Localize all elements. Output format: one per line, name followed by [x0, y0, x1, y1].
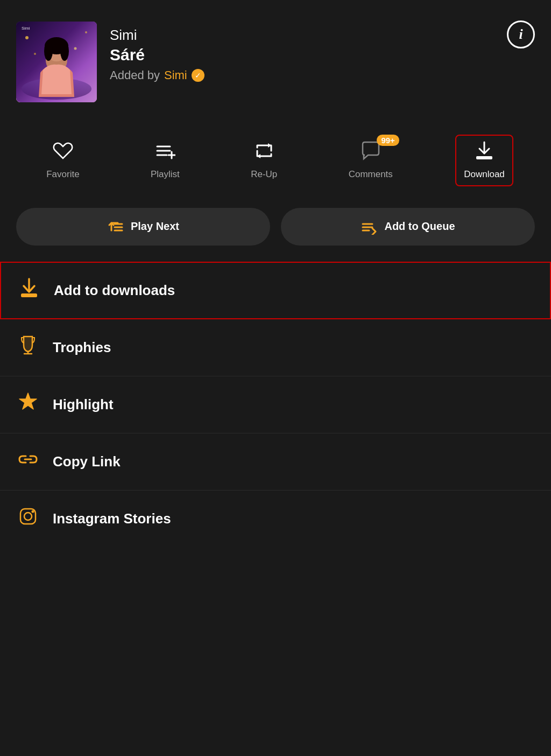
svg-point-10	[60, 41, 69, 61]
menu-item-copy-link[interactable]: Copy Link	[0, 433, 551, 491]
trophy-icon	[16, 334, 40, 361]
svg-rect-27	[21, 293, 37, 297]
highlight-icon	[16, 391, 40, 418]
highlight-label: Highlight	[53, 396, 114, 413]
add-to-downloads-label: Add to downloads	[54, 282, 175, 299]
download-action[interactable]: Download	[455, 135, 513, 186]
menu-item-trophies[interactable]: Trophies	[0, 319, 551, 376]
favorite-action[interactable]: Favorite	[38, 135, 88, 186]
svg-text:Simi: Simi	[22, 26, 30, 31]
play-next-button[interactable]: Play Next	[16, 208, 270, 246]
verified-badge: ✓	[192, 69, 204, 82]
favorite-label: Favorite	[46, 169, 79, 180]
instagram-stories-label: Instagram Stories	[53, 510, 171, 527]
svg-point-9	[44, 41, 53, 61]
add-to-downloads-icon	[17, 278, 41, 303]
add-to-queue-label: Add to Queue	[384, 220, 455, 233]
svg-point-33	[24, 513, 32, 520]
copy-link-icon	[16, 449, 40, 475]
album-art-svg: Simi	[16, 22, 97, 102]
playlist-icon	[155, 141, 175, 164]
svg-point-5	[34, 53, 36, 55]
instagram-icon	[16, 506, 40, 532]
comments-action[interactable]: 99+ Comments	[340, 135, 401, 186]
download-icon	[474, 141, 495, 164]
song-info: Simi Sáré Added by Simi ✓	[110, 22, 535, 82]
svg-point-2	[25, 36, 29, 39]
svg-point-3	[85, 31, 87, 33]
added-by-label: Added by	[110, 68, 160, 82]
download-label: Download	[464, 169, 505, 180]
header-section: Simi Simi Sáré Added by Simi ✓ i	[0, 0, 551, 118]
actions-row: Favorite Playlist Re-Up	[0, 118, 551, 202]
comments-badge: 99+	[377, 135, 399, 146]
copy-link-label: Copy Link	[53, 453, 121, 470]
added-by-name: Simi	[164, 68, 187, 82]
trophies-label: Trophies	[53, 339, 111, 356]
album-art: Simi	[16, 22, 97, 102]
menu-item-instagram-stories[interactable]: Instagram Stories	[0, 491, 551, 547]
playlist-action[interactable]: Playlist	[142, 135, 188, 186]
add-to-queue-icon	[361, 219, 378, 235]
svg-point-4	[74, 47, 77, 50]
svg-rect-19	[476, 156, 492, 159]
quick-actions: Play Next Add to Queue	[0, 202, 551, 262]
comment-icon	[361, 141, 381, 164]
menu-list: Add to downloads Trophies Highlight	[0, 262, 551, 547]
reup-icon	[254, 141, 274, 164]
artist-name: Simi	[110, 27, 535, 44]
comments-label: Comments	[349, 169, 393, 180]
song-title: Sáré	[110, 46, 535, 64]
info-button[interactable]: i	[507, 20, 535, 48]
play-next-label: Play Next	[131, 220, 179, 233]
add-to-queue-button[interactable]: Add to Queue	[281, 208, 535, 246]
reup-action[interactable]: Re-Up	[242, 135, 286, 186]
menu-item-add-to-downloads[interactable]: Add to downloads	[0, 262, 551, 319]
info-icon: i	[519, 26, 522, 43]
added-by-row: Added by Simi ✓	[110, 68, 535, 82]
svg-point-34	[32, 510, 34, 513]
heart-icon	[53, 141, 73, 164]
svg-marker-30	[19, 393, 37, 409]
menu-item-highlight[interactable]: Highlight	[0, 376, 551, 433]
playlist-label: Playlist	[151, 169, 180, 180]
reup-label: Re-Up	[251, 169, 277, 180]
play-next-icon	[107, 219, 124, 235]
